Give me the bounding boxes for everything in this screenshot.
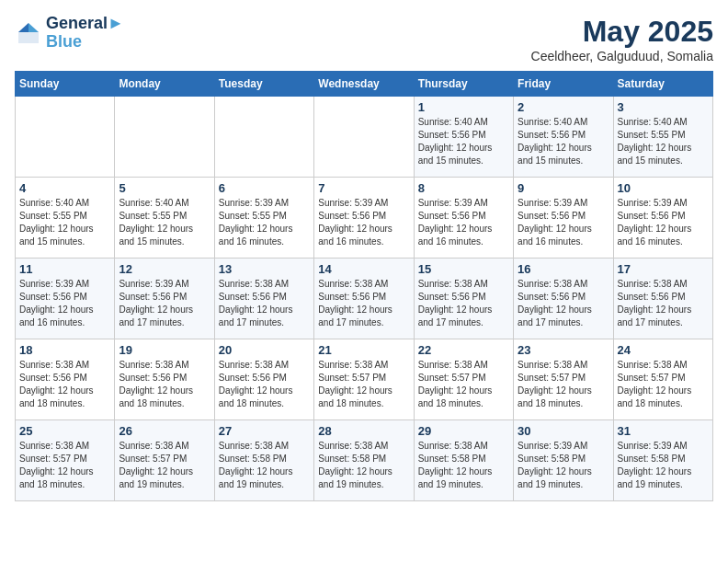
day-info: Sunrise: 5:39 AM Sunset: 5:58 PM Dayligh…	[518, 440, 609, 491]
day-cell: 14Sunrise: 5:38 AM Sunset: 5:56 PM Dayli…	[314, 259, 414, 339]
day-info: Sunrise: 5:38 AM Sunset: 5:56 PM Dayligh…	[318, 278, 409, 329]
day-info: Sunrise: 5:40 AM Sunset: 5:55 PM Dayligh…	[19, 197, 110, 248]
day-cell: 29Sunrise: 5:38 AM Sunset: 5:58 PM Dayli…	[414, 420, 513, 501]
day-info: Sunrise: 5:38 AM Sunset: 5:57 PM Dayligh…	[119, 440, 210, 491]
logo: General► Blue	[15, 15, 124, 52]
day-number: 25	[19, 424, 110, 438]
day-cell: 28Sunrise: 5:38 AM Sunset: 5:58 PM Dayli…	[314, 420, 414, 501]
day-cell: 5Sunrise: 5:40 AM Sunset: 5:55 PM Daylig…	[115, 178, 214, 259]
day-number: 13	[219, 262, 310, 276]
weekday-header: Saturday	[613, 72, 712, 97]
day-cell: 13Sunrise: 5:38 AM Sunset: 5:56 PM Dayli…	[214, 259, 313, 339]
day-cell	[115, 97, 214, 178]
week-row: 1Sunrise: 5:40 AM Sunset: 5:56 PM Daylig…	[16, 97, 713, 178]
day-cell: 8Sunrise: 5:39 AM Sunset: 5:56 PM Daylig…	[414, 178, 513, 259]
day-number: 27	[219, 424, 310, 438]
month-title: May 2025	[531, 15, 713, 49]
day-number: 4	[19, 181, 110, 195]
title-block: May 2025 Ceeldheer, Galguduud, Somalia	[531, 15, 713, 63]
day-number: 6	[219, 181, 310, 195]
day-number: 11	[19, 262, 110, 276]
day-info: Sunrise: 5:38 AM Sunset: 5:57 PM Dayligh…	[318, 359, 409, 410]
day-info: Sunrise: 5:38 AM Sunset: 5:56 PM Dayligh…	[219, 359, 310, 410]
day-info: Sunrise: 5:39 AM Sunset: 5:56 PM Dayligh…	[418, 197, 509, 248]
day-number: 18	[19, 343, 110, 357]
week-row: 18Sunrise: 5:38 AM Sunset: 5:56 PM Dayli…	[16, 339, 713, 420]
day-number: 12	[119, 262, 210, 276]
day-number: 31	[618, 424, 709, 438]
header-row: SundayMondayTuesdayWednesdayThursdayFrid…	[16, 72, 713, 97]
day-number: 8	[418, 181, 509, 195]
day-cell: 24Sunrise: 5:38 AM Sunset: 5:57 PM Dayli…	[613, 339, 712, 420]
day-cell: 4Sunrise: 5:40 AM Sunset: 5:55 PM Daylig…	[16, 178, 115, 259]
day-cell: 7Sunrise: 5:39 AM Sunset: 5:56 PM Daylig…	[314, 178, 414, 259]
day-number: 28	[318, 424, 409, 438]
day-cell: 16Sunrise: 5:38 AM Sunset: 5:56 PM Dayli…	[514, 259, 613, 339]
svg-marker-2	[28, 23, 39, 32]
day-info: Sunrise: 5:38 AM Sunset: 5:58 PM Dayligh…	[318, 440, 409, 491]
page-header: General► Blue May 2025 Ceeldheer, Galgud…	[15, 15, 713, 63]
day-info: Sunrise: 5:38 AM Sunset: 5:56 PM Dayligh…	[219, 278, 310, 329]
day-info: Sunrise: 5:39 AM Sunset: 5:56 PM Dayligh…	[318, 197, 409, 248]
day-info: Sunrise: 5:39 AM Sunset: 5:56 PM Dayligh…	[119, 278, 210, 329]
day-info: Sunrise: 5:38 AM Sunset: 5:56 PM Dayligh…	[119, 359, 210, 410]
day-number: 29	[418, 424, 509, 438]
day-info: Sunrise: 5:39 AM Sunset: 5:55 PM Dayligh…	[219, 197, 310, 248]
day-info: Sunrise: 5:38 AM Sunset: 5:56 PM Dayligh…	[19, 359, 110, 410]
day-cell: 19Sunrise: 5:38 AM Sunset: 5:56 PM Dayli…	[115, 339, 214, 420]
day-info: Sunrise: 5:38 AM Sunset: 5:57 PM Dayligh…	[19, 440, 110, 491]
day-cell: 6Sunrise: 5:39 AM Sunset: 5:55 PM Daylig…	[214, 178, 313, 259]
week-row: 4Sunrise: 5:40 AM Sunset: 5:55 PM Daylig…	[16, 178, 713, 259]
day-info: Sunrise: 5:38 AM Sunset: 5:57 PM Dayligh…	[618, 359, 709, 410]
day-cell: 2Sunrise: 5:40 AM Sunset: 5:56 PM Daylig…	[514, 97, 613, 178]
day-cell: 25Sunrise: 5:38 AM Sunset: 5:57 PM Dayli…	[16, 420, 115, 501]
day-number: 1	[418, 100, 509, 114]
day-cell	[214, 97, 313, 178]
day-number: 20	[219, 343, 310, 357]
day-number: 26	[119, 424, 210, 438]
day-info: Sunrise: 5:38 AM Sunset: 5:56 PM Dayligh…	[418, 278, 509, 329]
day-info: Sunrise: 5:40 AM Sunset: 5:55 PM Dayligh…	[119, 197, 210, 248]
day-cell: 21Sunrise: 5:38 AM Sunset: 5:57 PM Dayli…	[314, 339, 414, 420]
weekday-header: Friday	[514, 72, 613, 97]
day-cell: 27Sunrise: 5:38 AM Sunset: 5:58 PM Dayli…	[214, 420, 313, 501]
day-info: Sunrise: 5:40 AM Sunset: 5:56 PM Dayligh…	[518, 116, 609, 167]
weekday-header: Wednesday	[314, 72, 414, 97]
calendar-header: SundayMondayTuesdayWednesdayThursdayFrid…	[16, 72, 713, 97]
day-info: Sunrise: 5:38 AM Sunset: 5:56 PM Dayligh…	[518, 278, 609, 329]
day-number: 23	[518, 343, 609, 357]
weekday-header: Thursday	[414, 72, 513, 97]
day-cell: 12Sunrise: 5:39 AM Sunset: 5:56 PM Dayli…	[115, 259, 214, 339]
day-cell: 11Sunrise: 5:39 AM Sunset: 5:56 PM Dayli…	[16, 259, 115, 339]
day-cell: 31Sunrise: 5:39 AM Sunset: 5:58 PM Dayli…	[613, 420, 712, 501]
day-cell: 10Sunrise: 5:39 AM Sunset: 5:56 PM Dayli…	[613, 178, 712, 259]
day-cell: 23Sunrise: 5:38 AM Sunset: 5:57 PM Dayli…	[514, 339, 613, 420]
day-number: 15	[418, 262, 509, 276]
day-info: Sunrise: 5:40 AM Sunset: 5:56 PM Dayligh…	[418, 116, 509, 167]
calendar-body: 1Sunrise: 5:40 AM Sunset: 5:56 PM Daylig…	[16, 97, 713, 501]
day-number: 3	[618, 100, 709, 114]
day-cell: 26Sunrise: 5:38 AM Sunset: 5:57 PM Dayli…	[115, 420, 214, 501]
day-number: 7	[318, 181, 409, 195]
weekday-header: Monday	[115, 72, 214, 97]
day-info: Sunrise: 5:39 AM Sunset: 5:56 PM Dayligh…	[618, 197, 709, 248]
day-cell: 30Sunrise: 5:39 AM Sunset: 5:58 PM Dayli…	[514, 420, 613, 501]
day-number: 16	[518, 262, 609, 276]
calendar-table: SundayMondayTuesdayWednesdayThursdayFrid…	[15, 71, 713, 501]
day-number: 5	[119, 181, 210, 195]
day-number: 14	[318, 262, 409, 276]
svg-marker-3	[18, 23, 28, 32]
day-info: Sunrise: 5:38 AM Sunset: 5:58 PM Dayligh…	[418, 440, 509, 491]
day-cell	[16, 97, 115, 178]
day-cell: 20Sunrise: 5:38 AM Sunset: 5:56 PM Dayli…	[214, 339, 313, 420]
day-cell: 17Sunrise: 5:38 AM Sunset: 5:56 PM Dayli…	[613, 259, 712, 339]
day-info: Sunrise: 5:38 AM Sunset: 5:57 PM Dayligh…	[418, 359, 509, 410]
day-cell: 1Sunrise: 5:40 AM Sunset: 5:56 PM Daylig…	[414, 97, 513, 178]
day-info: Sunrise: 5:39 AM Sunset: 5:56 PM Dayligh…	[19, 278, 110, 329]
day-info: Sunrise: 5:39 AM Sunset: 5:58 PM Dayligh…	[618, 440, 709, 491]
day-number: 19	[119, 343, 210, 357]
day-cell: 3Sunrise: 5:40 AM Sunset: 5:55 PM Daylig…	[613, 97, 712, 178]
day-info: Sunrise: 5:38 AM Sunset: 5:56 PM Dayligh…	[618, 278, 709, 329]
day-cell	[314, 97, 414, 178]
day-number: 2	[518, 100, 609, 114]
